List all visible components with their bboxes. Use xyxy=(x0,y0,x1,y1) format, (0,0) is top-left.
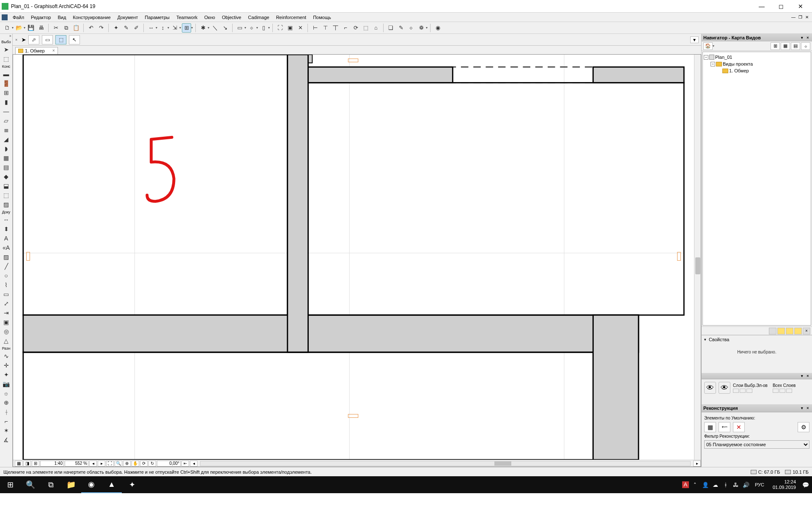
menu-design[interactable]: Конструирование xyxy=(69,14,114,21)
marquee-tool[interactable]: ⬚ xyxy=(0,54,12,64)
tree-expand-root[interactable]: − xyxy=(704,55,708,60)
dimension-tool[interactable]: ↔ xyxy=(0,215,12,224)
line-tool[interactable]: ╱ xyxy=(0,262,12,271)
label-tool[interactable]: «A xyxy=(0,243,12,252)
undo-button[interactable]: ↶ xyxy=(86,23,96,33)
tray-vol-icon[interactable]: 🔊 xyxy=(742,482,750,488)
tree-view[interactable]: 1. Обмер xyxy=(729,68,749,73)
navf-4[interactable] xyxy=(794,328,802,334)
tree-root[interactable]: Plan_01 xyxy=(715,55,732,60)
drawing-tool[interactable]: ▭ xyxy=(0,290,12,299)
tree-folder[interactable]: Виды проекта xyxy=(723,61,753,66)
recon-b4[interactable]: ⚙ xyxy=(798,422,809,432)
infobar-close[interactable]: × xyxy=(15,38,17,42)
menu-window[interactable]: Окно xyxy=(201,14,219,21)
menu-reinforcement[interactable]: Reinforcement xyxy=(273,14,310,21)
new-doc-button[interactable]: 🗋 xyxy=(3,23,12,33)
t7-button[interactable]: ⌂ xyxy=(371,23,381,33)
tray-clock[interactable]: 12:24 01.09.2019 xyxy=(769,479,799,490)
archicad-button[interactable]: ▲ xyxy=(102,476,122,493)
lm3[interactable] xyxy=(746,389,752,393)
menu-document[interactable]: Документ xyxy=(114,14,142,21)
recon-filter-select[interactable]: 05 Планируемое состояние xyxy=(704,440,809,449)
change-tool[interactable]: △ xyxy=(0,336,12,345)
minimize-button[interactable]: — xyxy=(752,0,771,13)
detail-tool[interactable]: ◎ xyxy=(0,327,12,336)
elevation-tool[interactable]: ⇥ xyxy=(0,308,12,318)
radial-tool[interactable]: ✶ xyxy=(0,426,12,435)
menu-edit[interactable]: Редактор xyxy=(27,14,54,21)
zoom-prev[interactable]: ◂ xyxy=(89,461,97,467)
recon-close[interactable]: × xyxy=(805,406,810,411)
tray-net-icon[interactable]: 🖧 xyxy=(732,482,740,488)
section-tool[interactable]: ⤢ xyxy=(0,299,12,308)
orbit[interactable]: ⟳ xyxy=(140,461,148,467)
skylight-tool[interactable]: ▦ xyxy=(0,153,12,163)
nav-mode-2[interactable]: ▦ xyxy=(781,42,790,50)
taskview-button[interactable]: ⧉ xyxy=(41,476,61,493)
dim-1-button[interactable]: ↔ xyxy=(146,23,156,33)
mdi-restore[interactable]: ❐ xyxy=(797,15,804,19)
shell-tool[interactable]: ◗ xyxy=(0,144,12,153)
layers-min[interactable]: ▾ xyxy=(799,373,804,378)
layer-eye-1[interactable]: 👁 xyxy=(704,382,716,394)
hotspot-tool[interactable]: ✛ xyxy=(0,361,12,370)
quickopt-2[interactable]: ◨ xyxy=(23,461,31,467)
tab-view[interactable]: 1. Обмер × xyxy=(15,47,58,54)
t5-button[interactable]: ⟳ xyxy=(351,23,360,33)
t6-button[interactable]: ⬚ xyxy=(361,23,370,33)
trace-button[interactable]: ⟐ xyxy=(247,23,256,33)
scroll-ll[interactable]: ◂ xyxy=(190,461,198,467)
angle-tool[interactable]: ∡ xyxy=(0,435,12,444)
scroll-r[interactable]: ▸ xyxy=(693,461,701,467)
quickopt-3[interactable]: ⊞ xyxy=(32,461,39,467)
zoom-in[interactable]: 🔍 xyxy=(115,461,122,467)
attr-3-button[interactable]: ⟐ xyxy=(406,23,416,33)
t4-button[interactable]: ⌐ xyxy=(341,23,350,33)
dim-2-button[interactable]: ↕ xyxy=(158,23,167,33)
chrome-button[interactable]: ◉ xyxy=(81,476,102,493)
layer-eye-2[interactable]: 👁 xyxy=(719,382,730,394)
camera-tool[interactable]: 📷 xyxy=(0,379,12,389)
tray-adobe-icon[interactable]: A xyxy=(682,481,689,488)
nav-mode-1[interactable]: ⊞ xyxy=(771,42,780,50)
explorer-button[interactable]: 📁 xyxy=(61,476,81,493)
box-button[interactable]: ▭ xyxy=(235,23,244,33)
tray-notif-icon[interactable]: 💬 xyxy=(802,482,809,488)
geometry-1[interactable]: ⬀ xyxy=(28,35,39,44)
tree-expand-folder[interactable]: − xyxy=(710,62,715,66)
copy-button[interactable]: ⧉ xyxy=(61,23,71,33)
zoom-fit[interactable]: ⛶ xyxy=(106,461,114,467)
scrollbar-h-thumb[interactable] xyxy=(494,461,511,466)
lamp-tool[interactable]: ☼ xyxy=(0,389,12,398)
menu-options[interactable]: Параметры xyxy=(141,14,173,21)
scale-input[interactable] xyxy=(40,461,64,467)
canvas[interactable]: ▦ ◨ ⊞ ◂ ▸ ⛶ 🔍 ⊕ ✋ ⟳ ↻ ⇤ ◂ ▸ xyxy=(13,54,701,467)
infobar-opts[interactable]: ▾ xyxy=(690,36,699,43)
dim-3-button[interactable]: ⇲ xyxy=(170,23,179,33)
tray-lang[interactable]: РУС xyxy=(752,482,767,487)
tab-close[interactable]: × xyxy=(52,48,55,53)
zoom-input[interactable] xyxy=(65,461,88,467)
save-button[interactable]: 💾 xyxy=(26,23,36,33)
geometry-3[interactable]: ⬚ xyxy=(55,35,66,44)
mesh-tool[interactable]: ▨ xyxy=(0,200,12,209)
app-button[interactable]: ✦ xyxy=(122,476,142,493)
inject-button[interactable]: ✐ xyxy=(132,23,141,33)
door-tool[interactable]: 🚪 xyxy=(0,79,12,88)
tray-up-icon[interactable]: ˄ xyxy=(691,482,699,488)
lm4[interactable] xyxy=(773,389,779,393)
eyedrop-button[interactable]: ✎ xyxy=(121,23,131,33)
angle-input[interactable] xyxy=(157,461,181,467)
attr-1-button[interactable]: ❏ xyxy=(386,23,395,33)
menu-file[interactable]: Файл xyxy=(9,14,27,21)
paste-button[interactable]: 📋 xyxy=(71,23,81,33)
suspend-button[interactable]: ⛶ xyxy=(275,23,285,33)
corner-tool[interactable]: ⌐ xyxy=(0,417,12,426)
navf-2[interactable] xyxy=(777,328,785,334)
cut-button[interactable]: ✂ xyxy=(51,23,60,33)
roof-tool[interactable]: ◢ xyxy=(0,135,12,144)
stair-tool[interactable]: ≣ xyxy=(0,125,12,135)
zoom-next[interactable]: ▸ xyxy=(98,461,105,467)
menu-view[interactable]: Вид xyxy=(54,14,69,21)
